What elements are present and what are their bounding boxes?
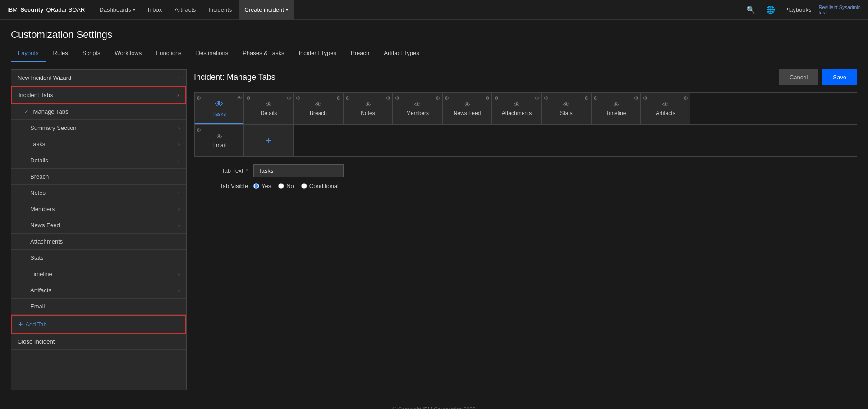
sidebar-item-label: News Feed bbox=[30, 222, 60, 229]
check-icon: ✓ bbox=[24, 108, 29, 115]
tab-cell-stats[interactable]: ⚙ ⚙ 👁 Stats bbox=[542, 93, 591, 124]
chevron-right-icon: › bbox=[178, 206, 180, 212]
tab-incident-types[interactable]: Incident Types bbox=[291, 45, 344, 62]
tab-destinations[interactable]: Destinations bbox=[189, 45, 236, 62]
tab-text-input[interactable] bbox=[253, 164, 344, 177]
sidebar-item-artifacts[interactable]: Artifacts › bbox=[11, 282, 186, 299]
settings-icon-right: ⚙ bbox=[535, 95, 539, 101]
tab-visible-label: Tab Visible bbox=[194, 183, 248, 189]
tab-cell-notes[interactable]: ⚙ ⚙ 👁 Notes bbox=[343, 93, 393, 124]
sidebar-item-stats[interactable]: Stats › bbox=[11, 250, 186, 266]
required-indicator: * bbox=[246, 167, 248, 174]
nav-dashboards[interactable]: Dashboards ▾ bbox=[94, 0, 140, 20]
tab-workflows[interactable]: Workflows bbox=[108, 45, 149, 62]
cancel-button[interactable]: Cancel bbox=[779, 69, 818, 85]
tab-cell-email[interactable]: ⚙ 👁 Email bbox=[194, 125, 244, 156]
chevron-right-icon: › bbox=[178, 339, 180, 345]
eye-icon: 👁 bbox=[365, 101, 371, 108]
sidebar-item-add-tab[interactable]: + Add Tab bbox=[11, 315, 186, 334]
eye-icon: 👁 bbox=[563, 101, 569, 108]
tab-phases-tasks[interactable]: Phases & Tasks bbox=[235, 45, 291, 62]
settings-icon-right: ⚙ bbox=[684, 95, 688, 101]
tab-cell-members[interactable]: ⚙ ⚙ 👁 Members bbox=[393, 93, 442, 124]
tab-cell-attachments[interactable]: ⚙ ⚙ 👁 Attachments bbox=[492, 93, 542, 124]
top-navigation: IBM Security QRadar SOAR Dashboards ▾ In… bbox=[0, 0, 868, 20]
globe-icon[interactable]: 🌐 bbox=[764, 4, 777, 16]
sidebar-item-label: Summary Section bbox=[30, 124, 77, 131]
chevron-right-icon: › bbox=[178, 125, 180, 131]
settings-icon: ⚙ bbox=[246, 95, 251, 101]
sidebar-item-summary-section[interactable]: Summary Section › bbox=[11, 120, 186, 136]
sidebar-item-incident-tabs[interactable]: Incident Tabs › bbox=[11, 86, 186, 104]
tab-cell-breach[interactable]: ⚙ ⚙ 👁 Breach bbox=[294, 93, 343, 124]
brand-logo: IBM Security QRadar SOAR bbox=[7, 6, 85, 13]
nav-incidents[interactable]: Incidents bbox=[203, 0, 237, 20]
tab-cell-label: Tasks bbox=[212, 111, 226, 117]
sidebar-item-label: Details bbox=[30, 157, 48, 164]
eye-icon: 👁 bbox=[315, 101, 321, 108]
sidebar-item-notes[interactable]: Notes › bbox=[11, 185, 186, 201]
nav-create-incident[interactable]: Create incident ▾ bbox=[239, 0, 293, 20]
tab-cell-news-feed[interactable]: ⚙ ⚙ 👁 News Feed bbox=[442, 93, 492, 124]
settings-icon: ⚙ bbox=[197, 127, 201, 133]
radio-yes-input[interactable] bbox=[253, 183, 259, 189]
tab-cell-add[interactable]: + bbox=[244, 125, 294, 156]
search-icon[interactable]: 🔍 bbox=[744, 4, 757, 16]
chevron-right-icon: › bbox=[178, 303, 180, 310]
tab-rules[interactable]: Rules bbox=[46, 45, 75, 62]
sidebar-item-members[interactable]: Members › bbox=[11, 201, 186, 217]
playbooks-link[interactable]: Playbooks bbox=[784, 6, 811, 13]
radio-conditional[interactable]: Conditional bbox=[301, 183, 339, 189]
tab-visible-radio-group: Yes No Conditional bbox=[253, 183, 339, 189]
tabs-grid-row1: ⚙ 👁 👁 Tasks ⚙ ⚙ 👁 Details ⚙ ⚙ 👁 Breach bbox=[194, 92, 857, 125]
settings-icon-right: ⚙ bbox=[436, 95, 440, 101]
radio-no[interactable]: No bbox=[278, 183, 294, 189]
eye-icon: 👁 bbox=[216, 133, 222, 140]
tab-scripts[interactable]: Scripts bbox=[75, 45, 108, 62]
sidebar-item-attachments[interactable]: Attachments › bbox=[11, 234, 186, 250]
chevron-right-icon: › bbox=[177, 92, 179, 98]
tab-cell-tasks[interactable]: ⚙ 👁 👁 Tasks bbox=[194, 93, 244, 124]
radio-no-input[interactable] bbox=[278, 183, 284, 189]
chevron-right-icon: › bbox=[178, 255, 180, 261]
chevron-right-icon: › bbox=[178, 174, 180, 180]
tab-breach[interactable]: Breach bbox=[344, 45, 377, 62]
save-button[interactable]: Save bbox=[822, 69, 857, 85]
user-menu[interactable]: Resilient Sysadmin test bbox=[818, 5, 861, 15]
eye-icon: 👁 bbox=[613, 101, 619, 108]
sidebar-item-tasks[interactable]: Tasks › bbox=[11, 136, 186, 152]
sidebar-item-email[interactable]: Email › bbox=[11, 299, 186, 315]
nav-inbox[interactable]: Inbox bbox=[142, 0, 168, 20]
right-panel-title: Incident: Manage Tabs bbox=[194, 73, 276, 82]
sidebar-item-label: Tasks bbox=[30, 141, 45, 147]
settings-icon: ⚙ bbox=[345, 95, 350, 101]
nav-artifacts[interactable]: Artifacts bbox=[169, 0, 201, 20]
radio-yes[interactable]: Yes bbox=[253, 183, 271, 189]
tab-cell-timeline[interactable]: ⚙ ⚙ 👁 Timeline bbox=[591, 93, 641, 124]
settings-icon-right: ⚙ bbox=[287, 95, 291, 101]
tab-cell-artifacts[interactable]: ⚙ ⚙ 👁 Artifacts bbox=[641, 93, 690, 124]
sidebar-item-label: Timeline bbox=[30, 271, 52, 277]
sidebar-item-new-incident-wizard[interactable]: New Incident Wizard › bbox=[11, 70, 186, 86]
sidebar-item-label: ✓ Manage Tabs bbox=[24, 108, 68, 115]
radio-conditional-input[interactable] bbox=[301, 183, 307, 189]
brand-security: Security bbox=[20, 6, 43, 13]
tab-cell-label: Email bbox=[212, 142, 226, 148]
chevron-right-icon: › bbox=[178, 239, 180, 245]
sidebar-item-close-incident[interactable]: Close Incident › bbox=[11, 334, 186, 350]
plus-icon: + bbox=[266, 135, 272, 147]
tab-layouts[interactable]: Layouts bbox=[11, 45, 46, 62]
tab-cell-label: Details bbox=[261, 110, 277, 116]
tab-functions[interactable]: Functions bbox=[149, 45, 188, 62]
chevron-right-icon: › bbox=[178, 222, 180, 229]
sidebar-item-news-feed[interactable]: News Feed › bbox=[11, 217, 186, 234]
tab-artifact-types[interactable]: Artifact Types bbox=[377, 45, 427, 62]
sidebar-item-label: Members bbox=[30, 206, 55, 212]
tab-cell-details[interactable]: ⚙ ⚙ 👁 Details bbox=[244, 93, 294, 124]
sidebar-item-timeline[interactable]: Timeline › bbox=[11, 266, 186, 282]
sidebar-item-manage-tabs[interactable]: ✓ Manage Tabs › bbox=[11, 104, 186, 120]
settings-icon: ⚙ bbox=[494, 95, 499, 101]
sidebar-item-details[interactable]: Details › bbox=[11, 152, 186, 169]
sidebar-item-breach[interactable]: Breach › bbox=[11, 169, 186, 185]
tab-cell-label: Attachments bbox=[502, 110, 532, 116]
